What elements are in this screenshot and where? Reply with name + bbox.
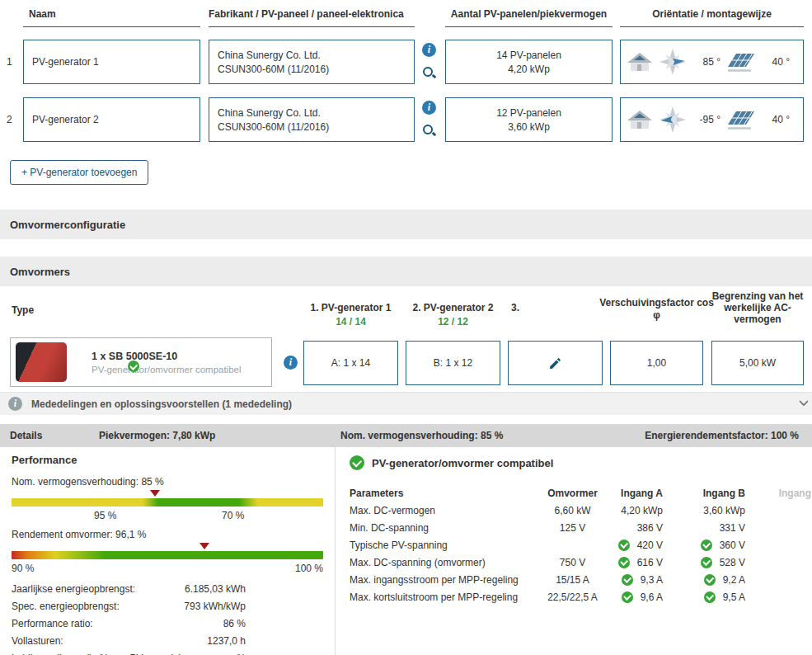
info-icon [8, 397, 22, 411]
details-peak-power: Piekvermogen: 7,80 kWp [99, 430, 215, 441]
search-icon[interactable] [422, 124, 436, 138]
roof-icon [627, 108, 653, 131]
param-input-a-value: 9,6 A [641, 591, 663, 603]
param-input-b-value: 3,60 kWp [703, 505, 745, 516]
efficiency-scale: 90 % 100 % [12, 562, 323, 575]
col-header-generator-3: 3. [511, 302, 519, 313]
stat-value: 793 kWh/kWp [12, 601, 246, 612]
compat-row: Max. kortsluitstroom per MPP-regeling 22… [350, 588, 812, 606]
add-generator-button[interactable]: + PV-generator toevoegen [10, 160, 148, 185]
col-header-ac-limit: Begrenzing van het werkelijke AC-vermoge… [703, 290, 812, 325]
generator-table-header: Naam Fabrikant / PV-paneel / paneel-elek… [0, 8, 812, 28]
inverter-model: 1 x SB 5000SE-10 [92, 351, 242, 362]
ratio-gauge [12, 498, 323, 507]
input-a-config-box[interactable]: A: 1 x 14 [303, 341, 398, 385]
ac-limit-box[interactable]: 5,00 kW [711, 341, 804, 385]
param-label: Max. DC-spanning (omvormer) [350, 557, 537, 568]
inverter-select-box[interactable]: 1 x SB 5000SE-10 PV-generator/omvormer c… [10, 337, 272, 387]
azimuth-value[interactable]: -95 ° [692, 114, 720, 125]
param-input-a-value: 386 V [637, 522, 663, 534]
panel-count-box[interactable]: 12 PV-panelen 3,60 kWp [445, 97, 613, 142]
compat-row: Max. DC-spanning (omvormer) 750 V 616 V … [350, 554, 812, 571]
ratio-scale-left: 95 % [94, 510, 116, 521]
inverter-status: PV-generator/omvormer compatibel [92, 365, 242, 375]
orientation-box[interactable]: -95 ° 40 ° [620, 97, 804, 142]
param-input-a-value: 420 V [637, 540, 663, 551]
col-header-parameters: Parameters [350, 488, 537, 499]
param-input-b-value: 360 V [720, 540, 745, 551]
azimuth-value[interactable]: 85 ° [692, 56, 720, 68]
inverter-image [16, 342, 67, 382]
tilt-value[interactable]: 40 ° [762, 114, 790, 125]
ratio-scale-right: 70 % [222, 510, 244, 521]
ratio-marker-icon [150, 490, 160, 497]
param-inverter-value: 15/15 A [537, 574, 608, 586]
peak-power-text: 4,20 kWp [508, 64, 550, 75]
check-icon [704, 574, 716, 586]
pv-design-page: Naam Fabrikant / PV-paneel / paneel-elek… [0, 0, 812, 655]
inverter-table: Type 1. PV-generator 1 14 / 14 2. PV-gen… [0, 286, 812, 392]
col-header-input-b: Ingang B [703, 488, 745, 499]
panel-count-box[interactable]: 14 PV-panelen 4,20 kWp [445, 40, 613, 84]
section-inverters[interactable]: Omvormers [0, 257, 812, 286]
performance-stats: Jaarlijkse energieopbrengst: 6.185,03 kW… [12, 581, 323, 655]
param-input-a-value: 4,20 kWp [621, 505, 663, 516]
info-icon[interactable] [422, 43, 436, 57]
panel-model-text: CSUN300-60M (11/2016) [218, 64, 406, 75]
generator-name-input[interactable] [23, 97, 200, 142]
ratio-scale: 95 % 70 % [12, 509, 323, 522]
tilt-value[interactable]: 40 ° [762, 56, 790, 68]
stat-row: Jaarlijkse energieopbrengst: 6.185,03 kW… [12, 581, 323, 598]
panel-model-text: CSUN300-60M (11/2016) [218, 121, 406, 133]
details-nominal-ratio: Nom. vermogensverhouding: 85 % [340, 430, 503, 441]
compat-header-row: Parameters Omvormer Ingang A Ingang B In… [350, 484, 812, 502]
stat-value: 6.185,03 kWh [12, 583, 246, 595]
efficiency-label: Rendement omvormer: 96,1 % [12, 529, 323, 540]
orientation-box[interactable]: 85 ° 40 ° [620, 40, 804, 84]
section-inverter-configuration[interactable]: Omvormerconfiguratie [0, 210, 812, 239]
row-number: 1 [7, 56, 18, 68]
input-c-config-box[interactable] [508, 341, 603, 385]
info-icon[interactable] [422, 101, 436, 115]
stat-value: 86 % [12, 618, 246, 629]
param-input-a-value: 616 V [637, 557, 663, 568]
compatibility-panel: PV-generator/omvormer compatibel Paramet… [336, 447, 812, 655]
chevron-down-icon[interactable] [799, 400, 809, 407]
col-header-generator-2: 2. PV-generator 2 [406, 302, 500, 313]
compat-row: Min. DC-spanning 125 V 386 V 331 V [350, 519, 812, 536]
compat-row: Max. DC-vermogen 6,60 kW 4,20 kWp 3,60 k… [350, 502, 812, 519]
efficiency-marker-icon [199, 543, 209, 549]
panel-select-box[interactable]: China Sunergy Co. Ltd. CSUN300-60M (11/2… [209, 97, 415, 142]
manufacturer-text: China Sunergy Co. Ltd. [218, 107, 406, 119]
param-inverter-value: 6,60 kW [537, 505, 608, 516]
check-icon [128, 360, 139, 372]
messages-bar[interactable]: Mededelingen en oplossingsvoorstellen (1… [0, 392, 812, 415]
generator-name-input[interactable] [23, 40, 200, 84]
cos-phi-box[interactable]: 1,00 [610, 341, 703, 385]
compat-row: Typische PV-spanning 420 V 360 V [350, 536, 812, 554]
col-header-input-c: Ingang [745, 488, 811, 499]
panel-select-box[interactable]: China Sunergy Co. Ltd. CSUN300-60M (11/2… [209, 40, 415, 84]
row-number: 2 [7, 114, 18, 125]
input-b-config-box[interactable]: B: 1 x 12 [406, 341, 500, 385]
compatibility-title-row: PV-generator/omvormer compatibel [350, 455, 812, 470]
stat-value: 1237,0 h [12, 635, 246, 647]
roof-icon [627, 50, 653, 73]
search-icon[interactable] [422, 66, 436, 80]
pencil-icon [548, 356, 562, 370]
panel-icons [422, 101, 436, 138]
check-icon [701, 557, 712, 568]
param-inverter-value: 125 V [537, 522, 608, 534]
param-input-b-value: 9,2 A [723, 574, 745, 586]
ratio-label: Nom. vermogensverhouding: 85 % [12, 476, 323, 488]
param-label: Min. DC-spanning [350, 522, 537, 534]
check-icon [618, 540, 630, 551]
info-icon[interactable] [284, 356, 298, 370]
param-label: Max. DC-vermogen [350, 505, 537, 516]
details-energy-factor: Energierendementsfactor: 100 % [645, 430, 799, 441]
compass-icon [659, 106, 687, 134]
col-header-inverter: Omvormer [537, 488, 608, 499]
efficiency-gauge [12, 551, 323, 559]
efficiency-scale-left: 90 % [12, 563, 34, 574]
compass-icon [659, 48, 687, 76]
